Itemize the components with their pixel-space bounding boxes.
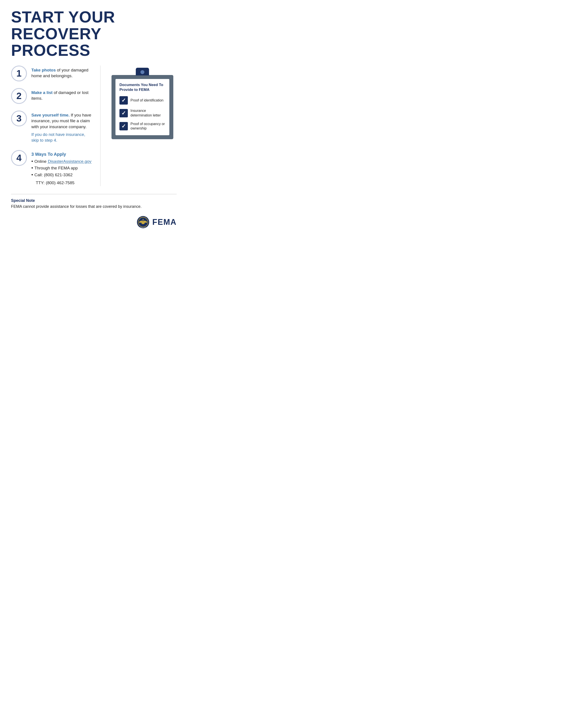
page-title: START YOUR RECOVERY PROCESS: [11, 9, 177, 59]
step-4-circle: 4: [11, 150, 27, 166]
content-area: 1 Take photos of your damaged home and b…: [11, 66, 177, 186]
step-1-highlight: Take photos: [31, 68, 56, 72]
ways-title: 3 Ways To Apply: [31, 152, 92, 157]
checkbox-2: [119, 109, 128, 117]
online-prefix: Online: [34, 158, 47, 165]
clipboard-inner: Documents You Need To Provide to FEMA Pr…: [115, 79, 169, 135]
apply-call: • Call: (800) 621-3362 TTY: (800) 462-75…: [31, 172, 92, 186]
checkbox-3: [119, 122, 128, 130]
apply-fema-app: • Through the FEMA app: [31, 165, 92, 171]
special-note-text: FEMA cannot provide assistance for losse…: [11, 204, 177, 209]
step-3-skip: If you do not have insurance, skip to st…: [31, 132, 92, 143]
step-4-number: 4: [16, 153, 21, 163]
clipboard-board: Documents You Need To Provide to FEMA Pr…: [111, 75, 173, 139]
doc-item-2: Insurance determination letter: [119, 109, 165, 118]
special-note-section: Special Note FEMA cannot provide assista…: [11, 194, 177, 209]
step-2-highlight: Make a list: [31, 90, 53, 95]
doc-label-2: Insurance determination letter: [130, 109, 165, 118]
step-3-number: 3: [16, 114, 21, 123]
step-3: 3 Save yourself time. If you have insura…: [11, 111, 92, 143]
svg-text:HOMELAND SECURITY: HOMELAND SECURITY: [138, 227, 148, 228]
apply-list: • Online DisasterAssistance.gov • Throug…: [31, 158, 92, 186]
step-3-text: Save yourself time. If you have insuranc…: [31, 111, 92, 143]
special-note-title: Special Note: [11, 198, 177, 203]
step-2-text: Make a list of damaged or lost items.: [31, 88, 92, 101]
step-4-text: 3 Ways To Apply • Online DisasterAssista…: [31, 150, 92, 186]
step-2: 2 Make a list of damaged or lost items.: [11, 88, 92, 104]
step-2-circle: 2: [11, 88, 27, 104]
clipboard: Documents You Need To Provide to FEMA Pr…: [111, 68, 173, 139]
call-text: Call: (800) 621-3362: [34, 172, 73, 178]
apply-online: • Online DisasterAssistance.gov: [31, 158, 92, 165]
fema-seal-icon: ★ ★ ★ ★ ★ HOMELAND SECURITY: [136, 216, 150, 229]
clipboard-clip: [136, 68, 149, 75]
bullet-1: •: [31, 159, 33, 164]
step-4: 4 3 Ways To Apply • Online DisasterAssis…: [11, 150, 92, 186]
step-3-highlight: Save yourself time.: [31, 113, 70, 117]
clipboard-title: Documents You Need To Provide to FEMA: [119, 83, 165, 92]
bullet-2: •: [31, 165, 33, 170]
steps-column: 1 Take photos of your damaged home and b…: [11, 66, 92, 186]
checkbox-1: [119, 96, 128, 105]
doc-item-3: Proof of occupancy or ownership: [119, 122, 165, 131]
step-1-circle: 1: [11, 66, 27, 81]
fema-brand-text: FEMA: [152, 218, 177, 227]
step-1-number: 1: [16, 69, 21, 78]
bullet-3: •: [31, 172, 33, 177]
doc-item-1: Proof of identification: [119, 96, 165, 105]
step-1: 1 Take photos of your damaged home and b…: [11, 66, 92, 81]
clipboard-column: Documents You Need To Provide to FEMA Pr…: [108, 66, 177, 186]
doc-label-1: Proof of identification: [130, 98, 163, 103]
footer-logo: ★ ★ ★ ★ ★ HOMELAND SECURITY FEMA: [11, 216, 177, 229]
step-1-text: Take photos of your damaged home and bel…: [31, 66, 92, 79]
step-3-circle: 3: [11, 111, 27, 126]
fema-app-text: Through the FEMA app: [34, 165, 78, 171]
disaster-assistance-link[interactable]: DisasterAssistance.gov: [48, 158, 91, 165]
doc-label-3: Proof of occupancy or ownership: [130, 122, 165, 131]
step-2-number: 2: [16, 91, 21, 101]
svg-text:★ ★ ★ ★ ★: ★ ★ ★ ★ ★: [140, 216, 146, 218]
tty-text: TTY: (800) 462-7585: [31, 180, 74, 186]
